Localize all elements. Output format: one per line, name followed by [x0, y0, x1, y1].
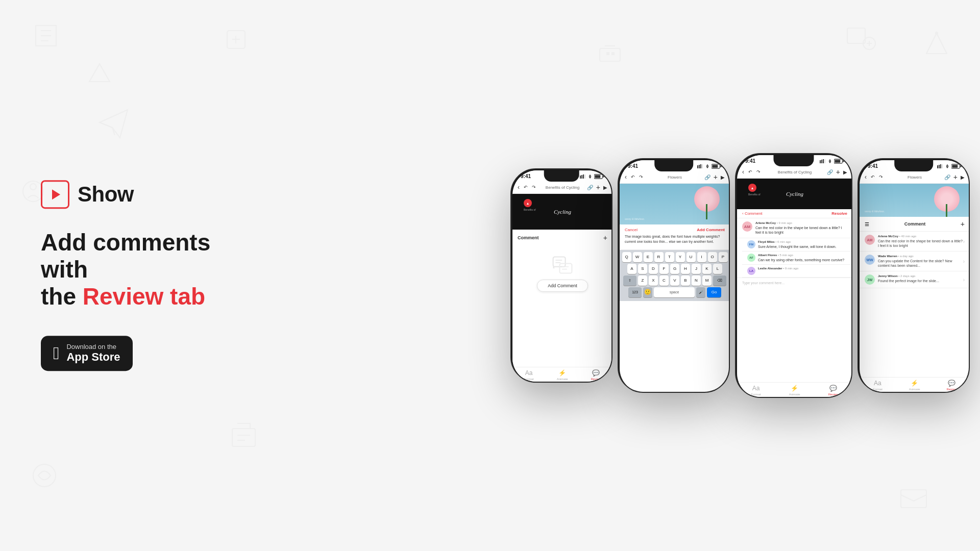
key-backspace[interactable]: ⌫ — [713, 276, 726, 286]
comment-add-icon-1[interactable]: + — [603, 234, 607, 242]
share-btn-3[interactable]: 🔗 — [827, 169, 833, 175]
key-q[interactable]: Q — [622, 252, 631, 262]
key-go[interactable]: Go — [707, 287, 721, 297]
key-p[interactable]: P — [719, 252, 728, 262]
key-c[interactable]: C — [659, 276, 669, 286]
phone-3-toolbar: ‹ ↶ ↷ Benefits of Cycling 🔗 + ▶ — [737, 166, 852, 179]
type-comment-placeholder[interactable]: Type your comment here... — [737, 278, 852, 382]
time-arlene-3: • 9 min ago — [777, 221, 792, 224]
key-j[interactable]: J — [692, 264, 701, 274]
add-btn-3[interactable]: + — [836, 168, 840, 176]
key-y[interactable]: Y — [676, 252, 685, 262]
time-jenny-4: • 2 days ago — [898, 274, 915, 278]
undo-btn-4[interactable]: ↶ — [871, 174, 875, 180]
back-btn-4[interactable]: ‹ — [865, 173, 867, 181]
key-i[interactable]: I — [697, 252, 706, 262]
back-btn-3[interactable]: ‹ — [742, 168, 744, 176]
svg-point-10 — [935, 32, 938, 35]
share-btn-2[interactable]: 🔗 — [704, 174, 710, 180]
svg-rect-26 — [702, 164, 703, 168]
comment-meta-leslie-3: Leslie Alexander • 9 min ago — [758, 267, 798, 270]
phone-2-time: 9:41 — [628, 163, 638, 169]
svg-rect-11 — [901, 490, 926, 508]
key-b[interactable]: B — [681, 276, 690, 286]
tab-review-3[interactable]: 💬 Review — [828, 385, 839, 396]
key-m[interactable]: M — [702, 276, 712, 286]
tab-animate-3[interactable]: ⚡ Animate — [789, 385, 800, 396]
key-shift[interactable]: ⇧ — [623, 276, 636, 286]
tab-format-4[interactable]: Aa Format — [873, 380, 883, 391]
comment-back-btn[interactable]: ‹ Comment — [742, 211, 763, 216]
phone-1-shadow — [522, 382, 602, 383]
redo-btn-2[interactable]: ↷ — [639, 174, 643, 180]
back-btn[interactable]: ‹ — [518, 184, 520, 191]
keyboard: Q W E R T Y U I O P A S D — [620, 250, 730, 301]
redo-btn-4[interactable]: ↷ — [879, 174, 883, 180]
add-comment-button-1[interactable]: Add Comment — [537, 280, 588, 292]
play-btn[interactable]: ▶ — [603, 185, 607, 190]
key-emoji[interactable]: 🙂 — [643, 287, 652, 297]
undo-btn[interactable]: ↶ — [524, 185, 528, 190]
key-mic[interactable]: 🎤 — [696, 287, 705, 297]
undo-btn-3[interactable]: ↶ — [748, 169, 752, 174]
key-f[interactable]: F — [659, 264, 669, 274]
svg-rect-28 — [712, 165, 718, 167]
svg-rect-16 — [583, 174, 584, 179]
phone-2-toolbar: ‹ ↶ ↷ Flowers 🔗 + ▶ — [620, 171, 730, 184]
key-s[interactable]: S — [638, 264, 647, 274]
key-o[interactable]: O — [708, 252, 717, 262]
phone-4-comment-2[interactable]: WW Wade Warren • a day ago Can you updat… — [860, 252, 970, 271]
play-btn-2[interactable]: ▶ — [721, 174, 725, 180]
key-t[interactable]: T — [665, 252, 674, 262]
key-r[interactable]: R — [654, 252, 664, 262]
key-v[interactable]: V — [670, 276, 679, 286]
key-space[interactable]: space — [654, 287, 695, 297]
tab-review-label-1: Review — [591, 378, 601, 381]
flower-graphic — [694, 186, 720, 219]
redo-btn[interactable]: ↷ — [532, 185, 536, 190]
app-store-button[interactable]:  Download on the App Store — [41, 336, 133, 371]
key-k[interactable]: K — [702, 264, 712, 274]
svg-rect-24 — [699, 165, 700, 168]
tab-review-4[interactable]: 💬 Review — [946, 380, 957, 391]
add-btn[interactable]: + — [596, 183, 600, 191]
slide-quote-4: sassy & fabulous. — [865, 210, 885, 213]
add-btn-4[interactable]: + — [953, 173, 958, 181]
phone-4-comment-header: ☰ Comment + — [860, 217, 970, 232]
key-u[interactable]: U — [687, 252, 696, 262]
play-btn-3[interactable]: ▶ — [843, 169, 847, 175]
key-d[interactable]: D — [649, 264, 658, 274]
key-e[interactable]: E — [644, 252, 653, 262]
back-btn-2[interactable]: ‹ — [625, 173, 627, 181]
phone-4-add-icon[interactable]: + — [961, 220, 965, 228]
tab-review-1[interactable]: 💬 Review — [591, 369, 601, 381]
key-h[interactable]: H — [681, 264, 690, 274]
svg-rect-37 — [937, 165, 938, 168]
key-x[interactable]: X — [649, 276, 658, 286]
key-g[interactable]: G — [670, 264, 679, 274]
key-z[interactable]: Z — [638, 276, 647, 286]
redo-btn-3[interactable]: ↷ — [756, 169, 761, 174]
tab-format-1[interactable]: Aa Format — [524, 369, 534, 381]
add-comment-link[interactable]: Add Comment — [697, 228, 725, 232]
play-btn-4[interactable]: ▶ — [961, 174, 965, 180]
phone-4-comment-1[interactable]: AM Arlene McCoy • 40 min ago Can the red… — [860, 232, 970, 252]
tab-format-3[interactable]: Aa Format — [751, 385, 761, 396]
key-w[interactable]: W — [633, 252, 642, 262]
share-btn-4[interactable]: 🔗 — [944, 174, 950, 180]
animate-icon: ⚡ — [558, 369, 566, 377]
key-l[interactable]: L — [713, 264, 722, 274]
key-123[interactable]: 123 — [628, 287, 642, 297]
add-btn-2[interactable]: + — [714, 173, 718, 181]
resolve-btn[interactable]: Resolve — [831, 211, 847, 216]
key-a[interactable]: A — [627, 264, 636, 274]
tab-animate-4[interactable]: ⚡ Animate — [909, 380, 920, 391]
undo-btn-2[interactable]: ↶ — [631, 174, 635, 180]
time-floyd-3: • 6 min ago — [775, 240, 791, 243]
format-icon-4: Aa — [874, 380, 881, 387]
key-n[interactable]: N — [692, 276, 701, 286]
phone-4-comment-3[interactable]: JW Jenny Wilson • 2 days ago Found the p… — [860, 271, 970, 288]
share-btn[interactable]: 🔗 — [587, 185, 593, 190]
tab-animate-1[interactable]: ⚡ Animate — [557, 369, 568, 381]
cancel-btn[interactable]: Cancel — [625, 228, 638, 232]
